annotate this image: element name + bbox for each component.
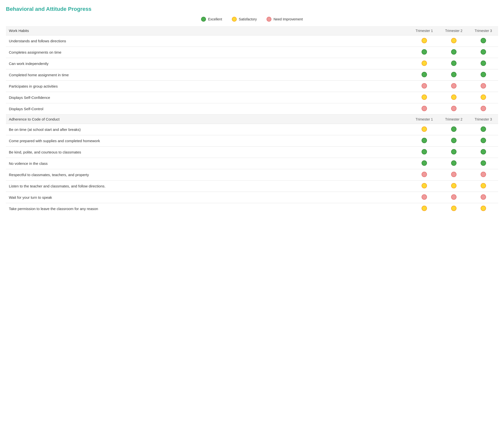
row-t2 [439,92,469,103]
need_improvement-indicator [451,194,457,200]
section-title-0: Work Habits [6,26,410,35]
row-t1 [410,135,439,147]
excellent-indicator [481,49,486,55]
row-t3 [469,81,498,92]
row-t2 [439,169,469,181]
row-label: Be on time (at school start and after br… [6,124,410,135]
col-t3-header-1: Trimester 3 [469,115,498,124]
excellent-dot [201,17,206,22]
row-label: Wait for your turn to speak [6,192,410,203]
need_improvement-indicator [422,83,427,89]
row-t1 [410,169,439,181]
row-t3 [469,58,498,69]
row-t3 [469,47,498,58]
excellent-indicator [481,149,486,154]
row-t2 [439,135,469,147]
excellent-indicator [481,61,486,66]
col-t1-header-1: Trimester 1 [410,115,439,124]
row-t3 [469,181,498,192]
excellent-indicator [422,149,427,154]
need_improvement-indicator [422,106,427,111]
excellent-indicator [481,72,486,77]
row-t3 [469,35,498,47]
excellent-indicator [422,49,427,55]
section-header-1: Adherence to Code of ConductTrimester 1T… [6,115,498,124]
row-t2 [439,35,469,47]
row-t2 [439,58,469,69]
row-label: Completed home assignment in time [6,69,410,81]
need_improvement-indicator [481,106,486,111]
satisfactory-indicator [422,126,427,132]
row-t2 [439,181,469,192]
satisfactory-dot [232,17,237,22]
table-row: Completed home assignment in time [6,69,498,81]
progress-table: Work HabitsTrimester 1Trimester 2Trimest… [6,26,498,214]
satisfactory-indicator [422,61,427,66]
row-t1 [410,47,439,58]
col-t1-header-0: Trimester 1 [410,26,439,35]
excellent-label: Excellent [208,17,222,21]
table-row: No voilence in the class [6,158,498,169]
row-t1 [410,158,439,169]
row-label: Displays Self-Confidence [6,92,410,103]
excellent-indicator [451,72,457,77]
excellent-indicator [481,38,486,43]
row-t1 [410,35,439,47]
row-t3 [469,158,498,169]
need_improvement-indicator [451,172,457,177]
row-t3 [469,124,498,135]
satisfactory-indicator [451,94,457,100]
excellent-indicator [481,160,486,166]
satisfactory-indicator [422,206,427,211]
row-t2 [439,124,469,135]
satisfactory-indicator [451,183,457,188]
row-t2 [439,81,469,92]
table-row: Displays Self-Confidence [6,92,498,103]
satisfactory-indicator [481,206,486,211]
need_improvement-indicator [481,194,486,200]
row-t3 [469,69,498,81]
excellent-indicator [481,138,486,143]
row-label: Can work independently [6,58,410,69]
satisfactory-indicator [451,206,457,211]
row-label: Understands and follows directions [6,35,410,47]
row-t2 [439,192,469,203]
need-improvement-dot [267,17,271,22]
excellent-indicator [422,72,427,77]
section-header-0: Work HabitsTrimester 1Trimester 2Trimest… [6,26,498,35]
excellent-indicator [481,126,486,132]
satisfactory-indicator [481,94,486,100]
table-row: Can work independently [6,58,498,69]
need_improvement-indicator [422,172,427,177]
row-t3 [469,135,498,147]
legend: Excellent Satisfactory Need Improvement [6,17,498,22]
row-t3 [469,147,498,158]
table-row: Completes assignments on time [6,47,498,58]
need_improvement-indicator [481,172,486,177]
row-label: Completes assignments on time [6,47,410,58]
row-t1 [410,181,439,192]
legend-satisfactory: Satisfactory [232,17,257,22]
row-t3 [469,203,498,214]
row-label: Listen to the teacher and classmates, an… [6,181,410,192]
row-t2 [439,103,469,115]
satisfactory-label: Satisfactory [239,17,257,21]
row-t3 [469,192,498,203]
row-label: Displays Self-Control [6,103,410,115]
row-t2 [439,47,469,58]
legend-need-improvement: Need Improvement [267,17,303,22]
table-row: Understands and follows directions [6,35,498,47]
row-t1 [410,192,439,203]
table-row: Come prepared with supplies and complete… [6,135,498,147]
row-t3 [469,169,498,181]
need-improvement-label: Need Improvement [273,17,303,21]
excellent-indicator [422,138,427,143]
satisfactory-indicator [422,94,427,100]
satisfactory-indicator [422,183,427,188]
need_improvement-indicator [451,106,457,111]
table-row: Wait for your turn to speak [6,192,498,203]
excellent-indicator [422,160,427,166]
row-label: No voilence in the class [6,158,410,169]
col-t2-header-0: Trimester 2 [439,26,469,35]
need_improvement-indicator [422,194,427,200]
